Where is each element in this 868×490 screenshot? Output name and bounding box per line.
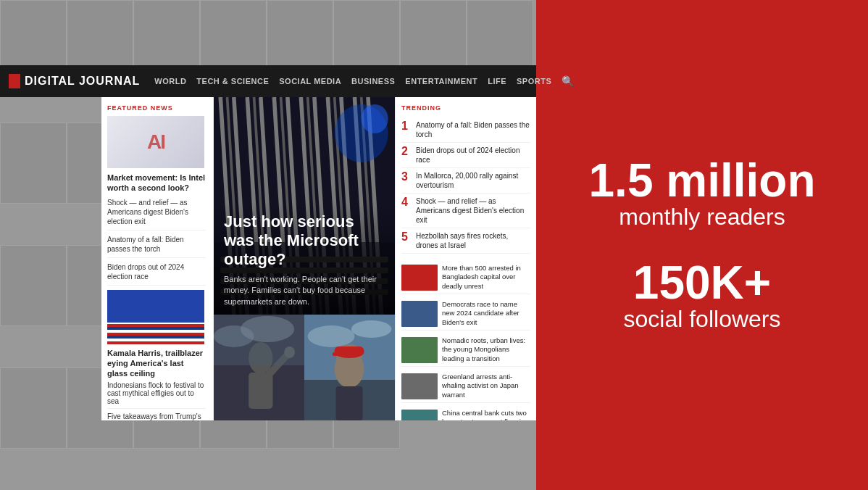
hero-title: Just how serious was the Microsoft outag…	[224, 212, 385, 270]
bottom-image-left[interactable]	[214, 315, 304, 420]
trending-label: TRENDING	[401, 104, 530, 112]
news-items: More than 500 arrested in Bangladesh cap…	[401, 261, 530, 420]
news-thumb-4	[401, 373, 438, 399]
navbar: DIGITAL JOURNAL WORLD TECH & SCIENCE SOC…	[0, 65, 536, 97]
news-text-3: Nomadic roots, urban lives: the young Mo…	[442, 336, 530, 363]
news-item-5[interactable]: China central bank cuts two key rates to…	[401, 406, 530, 420]
news-thumb-2	[401, 301, 438, 327]
search-icon[interactable]: 🔍	[562, 75, 574, 87]
nav-entertainment[interactable]: ENTERTAINMENT	[405, 77, 477, 86]
trending-item-1[interactable]: 1 Anatomy of a fall: Biden passes the to…	[401, 117, 530, 143]
nav-tech-science[interactable]: TECH & SCIENCE	[196, 77, 269, 86]
trending-item-2[interactable]: 2 Biden drops out of 2024 election race	[401, 143, 530, 168]
trending-text-4: Shock — and relief — as Americans digest…	[416, 196, 530, 225]
trending-text-3: In Mallorca, 20,000 rally against overto…	[416, 171, 530, 190]
center-bottom-images	[214, 315, 395, 420]
nav-items: WORLD TECH & SCIENCE SOCIAL MEDIA BUSINE…	[154, 75, 574, 87]
news-text-2: Democrats race to name new 2024 candidat…	[442, 300, 530, 327]
hero-subtitle: Banks aren't working. People can't get t…	[224, 274, 385, 307]
extra-links: Indonesians flock to festival to cast my…	[107, 381, 206, 420]
readers-number: 1.5 million	[589, 157, 816, 204]
news-thumb-5	[401, 410, 438, 420]
extra-link-1[interactable]: Indonesians flock to festival to cast my…	[107, 381, 206, 409]
followers-number: 150K+	[624, 259, 781, 306]
svg-rect-42	[333, 352, 338, 356]
hero-image[interactable]: Just how serious was the Microsoft outag…	[214, 97, 395, 315]
followers-stat: 150K+ social followers	[624, 259, 781, 333]
trending-num-4: 4	[401, 196, 412, 208]
nav-sports[interactable]: SPORTS	[517, 77, 551, 86]
trending-text-5: Hezbollah says fires rockets, drones at …	[416, 231, 530, 250]
news-item-4[interactable]: Greenland arrests anti-whaling activist …	[401, 370, 530, 403]
center-column: Just how serious was the Microsoft outag…	[214, 97, 395, 420]
logo-box	[9, 74, 20, 88]
featured-link-1[interactable]: Shock — and relief — as Americans digest…	[107, 198, 206, 231]
right-panel: 1.5 million monthly readers 150K+ social…	[536, 0, 868, 490]
featured-ai-image: AI	[107, 116, 204, 168]
kamala-title[interactable]: Kamala Harris, trailblazer eying America…	[107, 348, 206, 379]
readers-stat: 1.5 million monthly readers	[589, 157, 816, 231]
kamala-image	[107, 290, 204, 344]
svg-rect-41	[335, 346, 364, 355]
svg-point-33	[241, 316, 294, 342]
readers-label: monthly readers	[589, 204, 816, 231]
trending-text-2: Biden drops out of 2024 election race	[416, 146, 530, 165]
news-text-5: China central bank cuts two key rates to…	[442, 409, 530, 420]
nav-social-media[interactable]: SOCIAL MEDIA	[279, 77, 341, 86]
news-item-3[interactable]: Nomadic roots, urban lives: the young Mo…	[401, 333, 530, 367]
logo-area[interactable]: DIGITAL JOURNAL	[9, 74, 140, 88]
featured-link-2[interactable]: Anatomy of a fall: Biden passes the torc…	[107, 235, 206, 258]
news-item-2[interactable]: Democrats race to name new 2024 candidat…	[401, 297, 530, 331]
left-column: FEATURED NEWS AI Market movement: Is Int…	[101, 97, 214, 420]
news-thumb-3	[401, 337, 438, 363]
svg-rect-43	[336, 386, 363, 420]
trending-item-3[interactable]: 3 In Mallorca, 20,000 rally against over…	[401, 168, 530, 194]
trending-num-3: 3	[401, 171, 412, 183]
bottom-image-right[interactable]	[304, 315, 395, 420]
trending-num-1: 1	[401, 120, 412, 132]
right-column: TRENDING 1 Anatomy of a fall: Biden pass…	[395, 97, 536, 420]
news-text-4: Greenland arrests anti-whaling activist …	[442, 373, 530, 399]
news-item-1[interactable]: More than 500 arrested in Bangladesh cap…	[401, 261, 530, 294]
trending-text-1: Anatomy of a fall: Biden passes the torc…	[416, 120, 530, 139]
svg-point-20	[362, 104, 388, 133]
trending-list: 1 Anatomy of a fall: Biden passes the to…	[401, 117, 530, 254]
nav-business[interactable]: BUSINESS	[351, 77, 395, 86]
extra-link-2[interactable]: Five takeaways from Trump's first rally …	[107, 412, 206, 420]
trending-num-2: 2	[401, 146, 412, 157]
featured-link-3[interactable]: Biden drops out of 2024 election race	[107, 262, 206, 286]
featured-main-title[interactable]: Market movement: Is Intel worth a second…	[107, 173, 206, 194]
svg-point-37	[351, 320, 392, 338]
featured-links: Shock — and relief — as Americans digest…	[107, 198, 206, 286]
logo-text: DIGITAL JOURNAL	[25, 75, 140, 88]
svg-point-36	[308, 325, 355, 347]
trending-item-5[interactable]: 5 Hezbollah says fires rockets, drones a…	[401, 228, 530, 254]
featured-label: FEATURED NEWS	[107, 104, 206, 112]
trending-item-4[interactable]: 4 Shock — and relief — as Americans dige…	[401, 194, 530, 228]
news-thumb-1	[401, 265, 438, 291]
content-area: FEATURED NEWS AI Market movement: Is Int…	[101, 97, 536, 420]
trending-num-5: 5	[401, 231, 412, 243]
news-text-1: More than 500 arrested in Bangladesh cap…	[442, 264, 530, 291]
nav-life[interactable]: LIFE	[488, 77, 506, 86]
nav-world[interactable]: WORLD	[154, 77, 186, 86]
followers-label: social followers	[624, 306, 781, 333]
